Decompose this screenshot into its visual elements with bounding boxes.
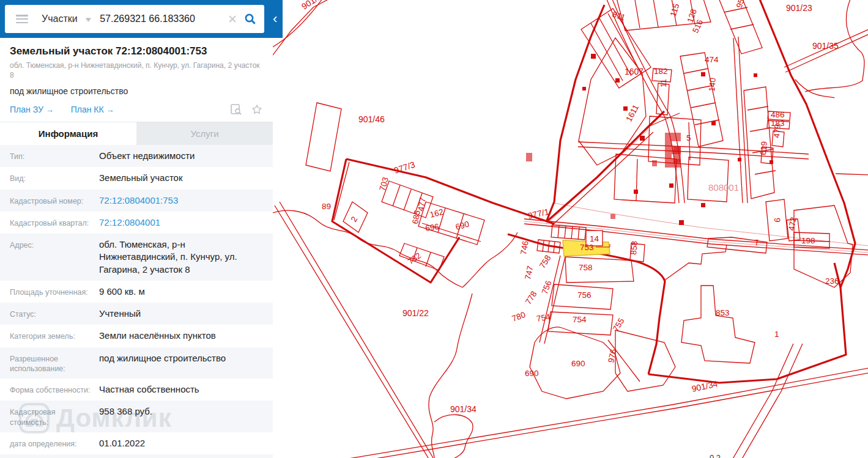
map-parcel-label: 1	[774, 330, 779, 339]
map-parcel-label: 758	[538, 254, 553, 270]
object-usage: под жилищное строительство	[10, 86, 263, 96]
row-value: под жилищное строительство	[95, 352, 263, 364]
map-parcel-label: 901/34	[691, 379, 718, 394]
row-value-link[interactable]: 72:12:0804001:753	[95, 194, 263, 207]
collapse-panel-icon[interactable]: ‹	[273, 13, 277, 24]
doc-search-icon[interactable]	[230, 103, 242, 116]
map-scale-fragment: 0.2	[710, 453, 721, 458]
object-header: Земельный участок 72:12:0804001:753 обл.…	[0, 38, 273, 122]
cadastral-map[interactable]: 901/2781111512851695901/23901/3547416071…	[273, 0, 868, 458]
search-bar: Участки ▾ ✕	[5, 5, 264, 33]
table-row: Площадь уточненная:9 600 кв. м	[0, 281, 273, 303]
table-row: Форма собственности:Частная собственност…	[0, 379, 273, 401]
map-parcel-label: 746	[519, 240, 530, 256]
table-row: Кадастровый квартал:72:12:0804001	[0, 212, 273, 234]
map-parcel-label: 479	[772, 124, 782, 139]
search-button[interactable]	[243, 12, 257, 26]
map-parcel-label: 853	[716, 308, 730, 317]
map-parcel-label: 486	[771, 110, 785, 119]
clear-search-icon[interactable]: ✕	[228, 12, 237, 26]
search-header: Участки ▾ ✕	[0, 0, 283, 38]
page-title: Земельный участок 72:12:0804001:753	[10, 45, 263, 57]
map-parcel-label: 115	[669, 2, 681, 18]
table-row: Разрешенное использование:под жилищное с…	[0, 347, 273, 379]
table-row: дата определения:01.01.2022	[0, 432, 273, 454]
map-parcel-label: 780	[511, 310, 527, 323]
search-input[interactable]	[98, 13, 221, 25]
map-parcel-label: 690	[454, 220, 470, 232]
row-value-link[interactable]: 72:12:0804001	[95, 216, 263, 229]
map-parcel-label: 236	[825, 276, 839, 286]
map-parcel-label: 7	[754, 238, 760, 248]
map-parcel-lines	[273, 0, 868, 458]
table-row: Категория земель:Земли населённых пункто…	[0, 325, 273, 347]
map-parcel-label: 1611	[624, 103, 640, 124]
info-table: Тип:Объект недвижимостиВид:Земельный уча…	[0, 145, 273, 458]
table-row: Кадастровый номер:72:12:0804001:753	[0, 190, 273, 212]
chevron-down-icon[interactable]: ▾	[85, 15, 91, 24]
map-parcel-label: 2	[349, 215, 360, 223]
map-parcel-label: 1607	[625, 67, 644, 76]
row-label: Адрес:	[10, 238, 95, 250]
row-label: Тип:	[10, 150, 95, 161]
table-row: Адрес:обл. Тюменская, р-н Нижнетавдински…	[0, 234, 273, 281]
object-address: обл. Тюменская, р-н Нижнетавдинский, п. …	[10, 61, 263, 80]
highlighted-parcel-label: 753	[580, 243, 594, 252]
map-parcel-label: 472	[787, 216, 798, 232]
map-parcel-label: 977/1	[527, 207, 550, 221]
map-parcel-labels: 901/2781111512851695901/23901/3547416071…	[300, 0, 839, 458]
favorite-star-icon[interactable]	[251, 103, 263, 116]
row-label: Категория земель:	[10, 330, 95, 341]
map-parcel-label: 858	[629, 241, 639, 256]
map-parcel-label: 778	[524, 290, 539, 306]
map-parcel-label: 808001	[708, 182, 739, 193]
table-row: Тип:Объект недвижимости	[0, 145, 273, 167]
plan-kk-link[interactable]: План КК →	[71, 105, 114, 114]
table-row: Статус:Учтенный	[0, 303, 273, 325]
map-parcel-label: 5	[686, 133, 691, 142]
row-label: Кадастровый номер:	[10, 194, 95, 206]
row-value: обл. Тюменская, р-н Нижнетавдинский, п. …	[95, 238, 263, 276]
row-label: Кадастровый квартал:	[10, 216, 95, 228]
map-parcel-label: 754	[573, 315, 587, 324]
map-parcel-label: 901/34	[450, 404, 477, 414]
map-parcel-label: 732	[406, 251, 423, 266]
search-category-select[interactable]: Участки	[42, 13, 78, 24]
map-parcel-label: 14	[590, 234, 599, 243]
map-parcel-label: 477	[416, 197, 428, 212]
row-value: Земельный участок	[95, 172, 263, 184]
map-parcel-label: 756	[577, 290, 592, 300]
map-parcel-label: 901/35	[812, 41, 839, 51]
map-parcel-label: 89	[322, 202, 331, 211]
row-value: Частная собственность	[95, 383, 263, 396]
row-value: 958 368 руб.	[95, 405, 263, 418]
row-label: Вид:	[10, 172, 95, 183]
map-parcel-label: 198	[801, 236, 815, 245]
map-pale-lines	[524, 130, 868, 253]
map-parcel-label: 901/27	[300, 0, 327, 12]
table-row: дата утверждения:-	[0, 454, 273, 458]
row-label: Статус:	[10, 308, 95, 319]
row-value: Объект недвижимости	[95, 150, 263, 162]
map-parcel-label: 811	[611, 10, 626, 23]
row-label: Разрешенное использование:	[10, 352, 95, 374]
map-parcel-label: 703	[377, 176, 390, 192]
map-parcel-label: 6	[773, 217, 782, 223]
plan-zu-link[interactable]: План ЗУ →	[10, 105, 54, 114]
map-parcel-label: 901/23	[786, 3, 812, 13]
row-label: Форма собственности:	[10, 383, 95, 395]
object-info-panel: Земельный участок 72:12:0804001:753 обл.…	[0, 38, 273, 458]
map-parcel-label: 690	[571, 359, 585, 368]
tab-services[interactable]: Услуги	[136, 122, 273, 145]
tab-information[interactable]: Информация	[0, 122, 136, 145]
menu-icon[interactable]	[16, 15, 28, 23]
map-parcel-label: 755	[611, 317, 626, 333]
row-value: Учтенный	[95, 308, 263, 320]
table-row: Вид:Земельный участок	[0, 167, 273, 189]
row-value: Земли населённых пунктов	[95, 330, 263, 342]
map-parcel-label: 758	[579, 263, 593, 272]
row-label: дата определения:	[10, 437, 95, 449]
map-parcel-label: 690	[525, 369, 539, 378]
map-parcel-label: 182	[654, 67, 668, 76]
row-value: 9 600 кв. м	[95, 286, 263, 298]
